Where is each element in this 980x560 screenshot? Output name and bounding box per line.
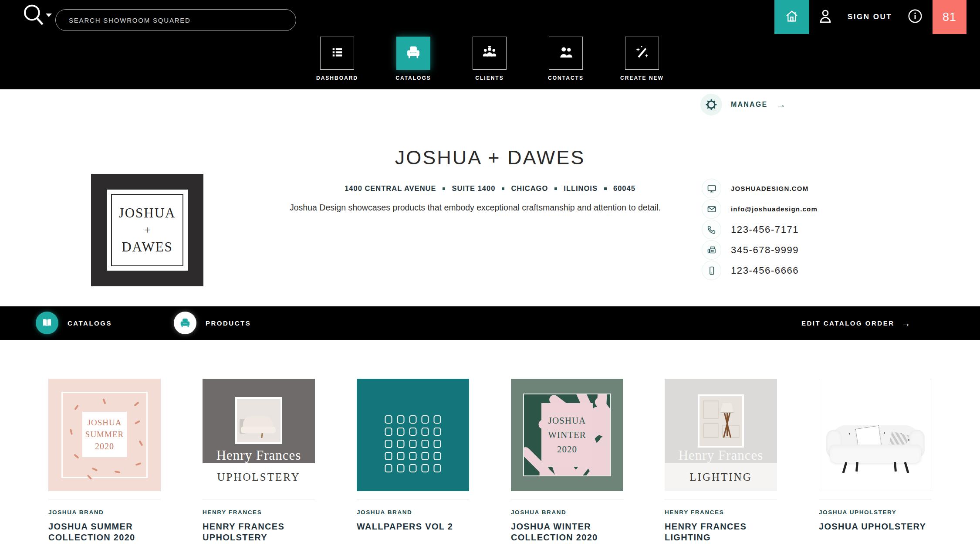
catalog-card-joshua-summer[interactable]: JOSHUA SUMMER 2020 JOSHUA BRAND JOSHUA S…: [48, 379, 161, 543]
catalog-title: JOSHUA UPHOLSTERY: [819, 521, 931, 532]
contact-value[interactable]: JOSHUADESIGN.COM: [731, 185, 808, 192]
home-icon: [784, 8, 800, 26]
gear-icon: [700, 94, 722, 115]
fax-icon: [702, 240, 721, 260]
catalog-card-wallpapers-vol-2[interactable]: JOSHUA BRAND WALLPAPERS VOL 2: [357, 379, 469, 532]
info-button[interactable]: [906, 8, 924, 26]
user-account-button[interactable]: [815, 7, 835, 27]
catalog-brand-eyebrow: JOSHUA BRAND: [357, 509, 469, 516]
tab-catalogs[interactable]: CATALOGS: [36, 312, 112, 334]
card-divider: [665, 499, 777, 499]
wallpaper-grid: [385, 415, 441, 472]
logo-line: +: [144, 224, 150, 236]
catalog-card-joshua-upholstery[interactable]: JOSHUA UPHOLSTERY JOSHUA UPHOLSTERY: [819, 379, 931, 532]
catalog-card-joshua-winter[interactable]: JOSHUA WINTER 2020 JOSHUA BRAND JOSHUA W…: [511, 379, 623, 543]
brand-address: 1400 CENTRAL AVENUESUITE 1400CHICAGOILLI…: [0, 184, 980, 193]
sign-out-button[interactable]: SIGN OUT: [848, 0, 892, 34]
contact-mobile: 123-456-6666: [702, 260, 818, 281]
catalog-brand-eyebrow: HENRY FRANCES: [203, 509, 315, 516]
catalog-cover-art: Henry Frances LIGHTING: [665, 379, 777, 491]
card-divider: [203, 499, 315, 499]
catalog-cover-art: [357, 379, 469, 491]
user-icon: [816, 7, 835, 27]
email-icon: [702, 199, 721, 219]
top-header: SIGN OUT 81 DASHBOARD: [0, 0, 980, 89]
manage-arrow-icon: →: [776, 99, 787, 110]
edit-catalog-order-link[interactable]: EDIT CATALOG ORDER →: [801, 306, 912, 340]
home-button[interactable]: [774, 0, 809, 34]
open-book-icon: [36, 312, 58, 334]
info-icon: [907, 8, 923, 26]
catalog-title: JOSHUA SUMMER COLLECTION 2020: [48, 521, 161, 543]
search-icon[interactable]: [22, 3, 46, 30]
nav-clients[interactable]: CLIENTS: [463, 37, 516, 81]
notification-badge[interactable]: 81: [933, 0, 966, 34]
contacts-people-icon: [558, 44, 574, 62]
catalog-title: HENRY FRANCES UPHOLSTERY: [203, 521, 315, 543]
nav-create-new[interactable]: CREATE NEW: [616, 37, 668, 81]
catalog-brand-eyebrow: JOSHUA BRAND: [48, 509, 161, 516]
manage-label: MANAGE: [731, 101, 767, 109]
contact-value[interactable]: 123-456-7171: [731, 224, 799, 235]
tab-catalogs-label: CATALOGS: [68, 319, 112, 327]
phone-icon: [702, 220, 721, 239]
catalog-brand-eyebrow: HENRY FRANCES: [665, 509, 777, 516]
contact-fax: 345-678-9999: [702, 240, 818, 260]
contact-value[interactable]: info@joshuadesign.com: [731, 205, 818, 213]
card-divider: [48, 499, 161, 499]
card-divider: [357, 499, 469, 499]
armchair-icon: [405, 44, 422, 62]
logo-line: DAWES: [122, 239, 173, 255]
brand-description: Joshua Design showcases products that em…: [290, 201, 665, 214]
catalog-title: JOSHUA WINTER COLLECTION 2020: [511, 521, 623, 543]
catalog-card-henry-frances-lighting[interactable]: Henry Frances LIGHTING HENRY FRANCES HEN…: [665, 379, 777, 543]
arrow-right-icon: →: [902, 318, 912, 329]
catalog-brand-eyebrow: JOSHUA BRAND: [511, 509, 623, 516]
catalog-cover-art: Henry Frances UPHOLSTERY: [203, 379, 315, 491]
nav-dashboard[interactable]: DASHBOARD: [311, 37, 363, 81]
dashboard-list-icon: [329, 44, 345, 62]
magic-wand-icon: [634, 44, 650, 62]
tab-products-label: PRODUCTS: [206, 319, 251, 327]
contact-value[interactable]: 345-678-9999: [731, 244, 799, 256]
catalog-title: HENRY FRANCES LIGHTING: [665, 521, 777, 543]
mobile-icon: [702, 261, 721, 280]
catalog-products-bar: CATALOGS PRODUCTS EDIT CATALOG ORDER →: [0, 306, 980, 340]
catalog-card-henry-frances-upholstery[interactable]: Henry Frances UPHOLSTERY HENRY FRANCES H…: [203, 379, 315, 543]
logo-line: JOSHUA: [119, 205, 176, 221]
clients-people-icon: [481, 44, 498, 62]
contact-phone: 123-456-7171: [702, 219, 818, 240]
contact-website: JOSHUADESIGN.COM: [702, 178, 818, 199]
tab-products[interactable]: PRODUCTS: [174, 312, 251, 334]
nav-contacts[interactable]: CONTACTS: [540, 37, 592, 81]
search-dropdown-caret-icon[interactable]: [46, 14, 52, 17]
page-title: JOSHUA + DAWES: [0, 146, 980, 169]
catalog-title: WALLPAPERS VOL 2: [357, 521, 469, 532]
search-input[interactable]: [55, 9, 296, 31]
catalog-cover-art: [819, 379, 931, 491]
contact-list: JOSHUADESIGN.COM info@joshuadesign.com 1…: [702, 178, 818, 281]
catalog-cover-art: JOSHUA WINTER 2020: [511, 379, 623, 491]
catalog-cover-art: JOSHUA SUMMER 2020: [48, 379, 161, 491]
website-icon: [702, 179, 721, 198]
catalog-brand-eyebrow: JOSHUA UPHOLSTERY: [819, 509, 931, 516]
card-divider: [819, 499, 931, 499]
nav-catalogs[interactable]: CATALOGS: [387, 37, 439, 81]
contact-value[interactable]: 123-456-6666: [731, 265, 799, 276]
armchair-icon: [174, 312, 196, 334]
contact-email: info@joshuadesign.com: [702, 199, 818, 219]
manage-link[interactable]: MANAGE →: [700, 94, 787, 115]
card-divider: [511, 499, 623, 499]
